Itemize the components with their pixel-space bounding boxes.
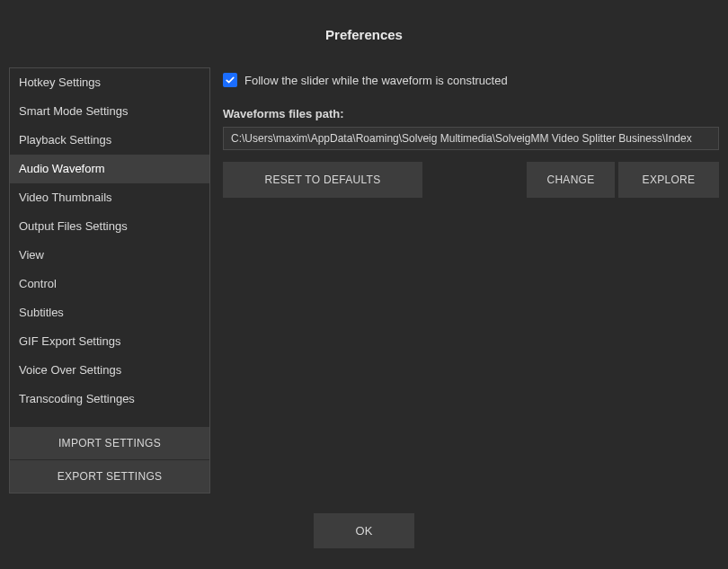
import-settings-button[interactable]: IMPORT SETTINGS [10,426,209,459]
sidebar-item-control[interactable]: Control [10,270,209,298]
waveforms-path-input[interactable] [223,127,719,150]
sidebar: Hotkey Settings Smart Mode Settings Play… [9,67,210,493]
page-title: Preferences [0,27,728,42]
change-button[interactable]: CHANGE [527,162,615,198]
sidebar-item-smart-mode-settings[interactable]: Smart Mode Settings [10,97,209,126]
explore-button[interactable]: EXPLORE [618,162,719,198]
spacer [422,162,527,198]
sidebar-item-hotkey-settings[interactable]: Hotkey Settings [10,68,209,97]
follow-slider-label: Follow the slider while the waveform is … [244,74,508,87]
sidebar-list: Hotkey Settings Smart Mode Settings Play… [10,68,209,426]
sidebar-item-gif-export-settings[interactable]: GIF Export Settings [10,327,209,356]
sidebar-item-subtitles[interactable]: Subtitles [10,298,209,327]
sidebar-item-output-files-settings[interactable]: Output Files Settings [10,212,209,241]
main-panel: Follow the slider while the waveform is … [210,67,719,493]
reset-to-defaults-button[interactable]: RESET TO DEFAULTS [223,162,422,198]
sidebar-item-voice-over-settings[interactable]: Voice Over Settings [10,356,209,385]
sidebar-item-view[interactable]: View [10,241,209,270]
ok-button[interactable]: OK [314,513,414,548]
checkmark-icon [225,75,235,85]
sidebar-item-transcoding-settings[interactable]: Transcoding Settinges [10,385,209,413]
sidebar-item-video-thumbnails[interactable]: Video Thumbnails [10,183,209,212]
export-settings-button[interactable]: EXPORT SETTINGS [10,459,209,493]
waveforms-path-label: Waveforms files path: [223,107,719,127]
follow-slider-checkbox[interactable] [223,73,237,87]
sidebar-item-audio-waveform[interactable]: Audio Waveform [10,155,209,183]
sidebar-item-playback-settings[interactable]: Playback Settings [10,126,209,155]
